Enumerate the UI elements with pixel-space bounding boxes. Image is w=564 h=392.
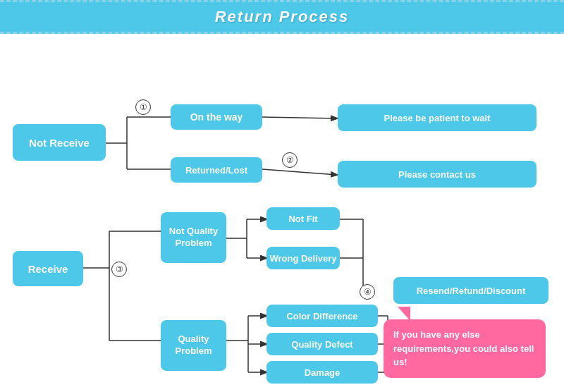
- circle-1: ①: [135, 99, 151, 115]
- quality-problem-node: Quality Problem: [161, 320, 226, 371]
- resend-node: Resend/Refund/Discount: [393, 277, 548, 304]
- not-fit-node: Not Fit: [266, 207, 340, 230]
- circle-4: ④: [360, 284, 375, 300]
- not-receive-node: Not Receive: [13, 124, 106, 161]
- quality-problem-label: Quality Problem: [161, 333, 226, 357]
- speech-text: If you have any else requirements,you co…: [393, 329, 534, 367]
- svg-line-4: [262, 117, 337, 118]
- patient-wait-node: Please be patient to wait: [338, 104, 537, 131]
- receive-node: Receive: [13, 251, 83, 286]
- main-content: Not Receive ① On the way Returned/Lost ②…: [0, 34, 564, 392]
- circle-2: ②: [282, 152, 298, 168]
- header: Return Process: [0, 0, 564, 34]
- returned-lost-node: Returned/Lost: [171, 157, 262, 183]
- returned-lost-label: Returned/Lost: [185, 165, 247, 176]
- quality-defect-node: Quality Defect: [266, 333, 378, 355]
- not-quality-node: Not Quality Problem: [161, 212, 226, 263]
- wrong-delivery-node: Wrong Delivery: [266, 247, 340, 269]
- circle-3: ③: [111, 262, 127, 277]
- contact-us-node: Please contact us: [338, 161, 537, 188]
- page-title: Return Process: [0, 8, 564, 26]
- on-the-way-node: On the way: [171, 104, 262, 130]
- color-difference-node: Color Difference: [266, 305, 378, 327]
- damage-node: Damage: [266, 361, 378, 384]
- not-quality-label: Not Quality Problem: [161, 226, 226, 250]
- speech-bubble: If you have any else requirements,you co…: [384, 319, 546, 378]
- svg-line-5: [262, 169, 337, 175]
